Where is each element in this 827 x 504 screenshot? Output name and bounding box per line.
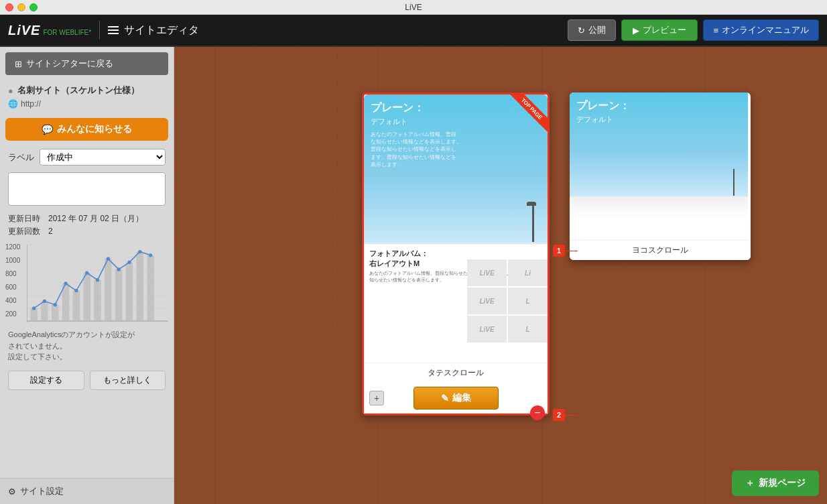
manual-button[interactable]: ≡ オンラインマニュアル xyxy=(703,19,819,41)
svg-rect-9 xyxy=(41,302,48,322)
plus-icon-new: ＋ xyxy=(745,477,755,489)
sidebar-bottom: ⚙ サイト設定 xyxy=(0,478,174,504)
svg-rect-13 xyxy=(83,273,90,322)
book-icon: ≡ xyxy=(713,25,718,36)
svg-rect-14 xyxy=(94,280,101,321)
analytics-chart: 1200 1000 800 600 400 200 xyxy=(27,243,168,324)
live-cell-4: L xyxy=(508,288,548,314)
publish-button[interactable]: ↻ 公開 xyxy=(568,19,616,41)
update-count: 更新回数 2 xyxy=(8,225,166,238)
minimize-button[interactable] xyxy=(17,3,25,11)
main-layout: ⊞ サイトシアターに戻る ● 名刺サイト（スケルトン仕様） 🌐 http:// … xyxy=(0,47,827,504)
globe-icon: 🌐 xyxy=(8,99,18,109)
label-select[interactable]: 作成中 xyxy=(40,149,166,166)
page-card-1[interactable]: プレーン： デフォルト あなたのフォトアルバム情報、普段な知らせたい情報などを表… xyxy=(362,92,550,416)
svg-rect-12 xyxy=(73,291,80,321)
svg-point-26 xyxy=(96,278,99,281)
svg-rect-10 xyxy=(52,305,59,321)
live-cell-3: LiVE xyxy=(467,288,507,314)
plus-icon: + xyxy=(374,393,379,403)
card1-scroll-label: タテスクロール xyxy=(364,363,548,383)
more-details-button[interactable]: もっと詳しく xyxy=(90,371,166,390)
callout-2: 2 xyxy=(553,409,565,421)
svg-point-28 xyxy=(117,268,121,271)
label-row: ラベル 作成中 xyxy=(0,146,174,168)
sidebar: ⊞ サイトシアターに戻る ● 名刺サイト（スケルトン仕様） 🌐 http:// … xyxy=(0,47,174,504)
card2-subtitle: デフォルト xyxy=(576,115,630,125)
svg-point-29 xyxy=(127,261,131,264)
app-header: LiVEFOR WEBLIFE* サイトエディタ ↻ 公開 ▶ プレビュー ≡ … xyxy=(0,15,827,47)
live-cell-1: LiVE xyxy=(467,259,507,286)
svg-point-20 xyxy=(32,307,36,310)
delete-page-button[interactable]: − xyxy=(530,405,545,420)
label-text: ラベル xyxy=(8,151,34,164)
app-logo: LiVEFOR WEBLIFE* xyxy=(8,23,91,38)
svg-point-23 xyxy=(64,282,67,286)
site-url: 🌐 http:// xyxy=(8,99,166,109)
svg-point-30 xyxy=(138,250,141,253)
close-button[interactable] xyxy=(5,3,13,11)
update-date: 更新日時 2012 年 07 月 02 日（月） xyxy=(8,212,166,225)
site-name: ● 名刺サイト（スケルトン仕様） xyxy=(8,84,166,97)
card1-body-text: あなたのフォトアルバム情報、普段な知らせたい情報などを表示します。普段な知らせた… xyxy=(371,131,462,168)
svg-point-31 xyxy=(149,254,152,257)
chart-labels: 1200 1000 800 600 400 200 xyxy=(5,243,20,324)
canvas-area[interactable]: 1 2 プレーン： デフォルト あなたのフォトアルバム情報、普段な知らせたい情報… xyxy=(174,47,827,504)
svg-rect-17 xyxy=(126,263,133,322)
header-right: ↻ 公開 ▶ プレビュー ≡ オンラインマニュアル xyxy=(568,19,819,41)
sidebar-action-buttons: 設定する もっと詳しく xyxy=(0,365,174,395)
analytics-warning: GoogleAnalyticsのアカウントが設定が されていません。 設定して下… xyxy=(0,326,174,365)
settings-button[interactable]: 設定する xyxy=(8,371,84,390)
titlebar-buttons xyxy=(5,3,38,11)
note-textarea[interactable] xyxy=(8,172,166,206)
top-page-ribbon xyxy=(501,94,548,141)
live-cell-5: LiVE xyxy=(467,316,507,342)
titlebar: LiVE xyxy=(0,0,827,15)
gear-icon: ⚙ xyxy=(8,487,16,497)
chat-icon: 💬 xyxy=(42,124,53,135)
card1-content: プレーン： デフォルト あなたのフォトアルバム情報、普段な知らせたい情報などを表… xyxy=(371,101,462,168)
back-to-theater-button[interactable]: ⊞ サイトシアターに戻る xyxy=(5,52,168,75)
card1-edit-bar: + ✎ 編集 − xyxy=(364,383,548,414)
card1-title: プレーン： xyxy=(371,101,462,115)
preview-button[interactable]: ▶ プレビュー xyxy=(621,19,698,41)
grid-icon: ⊞ xyxy=(15,59,22,69)
card2-scroll-label: ヨコスクロール xyxy=(570,240,751,260)
sidebar-site-info: ● 名刺サイト（スケルトン仕様） 🌐 http:// xyxy=(0,80,174,113)
page-card-1-inner: プレーン： デフォルト あなたのフォトアルバム情報、普段な知らせたい情報などを表… xyxy=(364,94,548,383)
live-cell-2: Li xyxy=(508,259,548,286)
minus-icon: − xyxy=(534,407,540,418)
publish-icon: ↻ xyxy=(578,25,585,36)
edit-icon: ✎ xyxy=(441,393,449,403)
new-page-button[interactable]: ＋ 新規ページ xyxy=(732,470,819,496)
eye-icon: ▶ xyxy=(633,25,639,36)
card2-image: プレーン： デフォルト xyxy=(570,92,748,240)
app-title: サイトエディタ xyxy=(124,23,199,38)
bars-icon xyxy=(108,26,119,34)
svg-rect-19 xyxy=(147,255,154,321)
svg-rect-18 xyxy=(137,252,144,321)
page-card-2-inner: プレーン： デフォルト ヨコスクロール xyxy=(570,92,751,260)
lamp-post xyxy=(532,202,534,242)
notify-button[interactable]: 💬 みんなに知らせる xyxy=(5,118,168,141)
update-info: 更新日時 2012 年 07 月 02 日（月） 更新回数 2 xyxy=(0,210,174,241)
live-grid: LiVE Li LiVE L LiVE L xyxy=(467,259,548,342)
callout-1: 1 xyxy=(553,245,565,257)
header-divider xyxy=(99,21,100,40)
svg-point-27 xyxy=(107,257,110,261)
chart-svg xyxy=(27,243,168,324)
svg-rect-15 xyxy=(105,259,112,321)
site-settings-label: サイト設定 xyxy=(20,485,64,497)
window-title: LiVE xyxy=(405,3,422,12)
site-icon: ● xyxy=(8,86,13,96)
card2-lamp-post xyxy=(733,169,735,196)
maximize-button[interactable] xyxy=(29,3,38,11)
page-card-2[interactable]: プレーン： デフォルト ヨコスクロール xyxy=(570,92,751,260)
svg-rect-8 xyxy=(30,308,38,321)
svg-point-24 xyxy=(74,289,78,292)
svg-point-22 xyxy=(54,303,57,306)
live-cell-6: L xyxy=(508,316,548,342)
add-page-button[interactable]: + xyxy=(369,391,384,405)
edit-button[interactable]: ✎ 編集 xyxy=(414,387,499,410)
svg-rect-16 xyxy=(115,269,123,321)
